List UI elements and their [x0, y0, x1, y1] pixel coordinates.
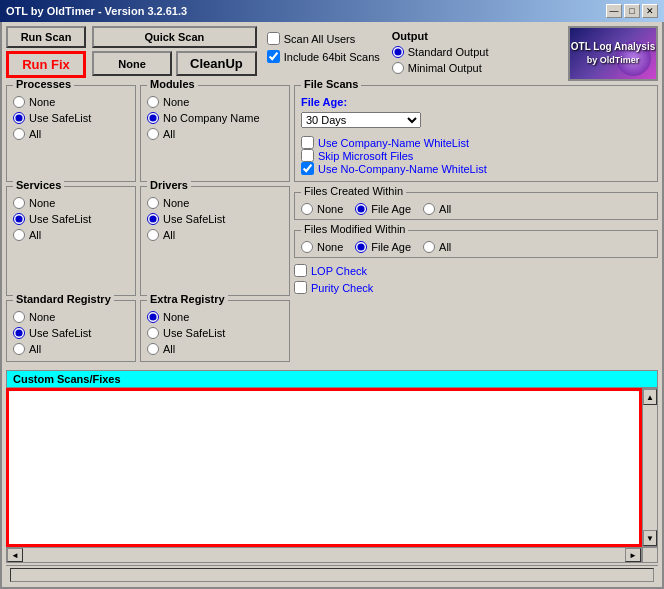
lop-check-checkbox[interactable]	[294, 264, 307, 277]
minimize-button[interactable]: —	[606, 4, 622, 18]
file-age-select[interactable]: 30 Days 7 Days 14 Days 60 Days 90 Days	[301, 112, 421, 128]
standard-registry-title: Standard Registry	[13, 293, 114, 305]
services-all-radio[interactable]	[13, 229, 25, 241]
files-created-title: Files Created Within	[301, 185, 406, 197]
purity-check-label: Purity Check	[311, 282, 373, 294]
scan-all-users-checkbox[interactable]	[267, 32, 280, 45]
files-modified-fileage-radio[interactable]	[355, 241, 367, 253]
scroll-thumb[interactable]	[643, 405, 657, 530]
files-created-group: Files Created Within None File Age All	[294, 192, 658, 220]
extra-reg-all-radio[interactable]	[147, 343, 159, 355]
files-created-none-radio[interactable]	[301, 203, 313, 215]
processes-none-radio[interactable]	[13, 96, 25, 108]
drivers-all-radio[interactable]	[147, 229, 159, 241]
include-64bit-checkbox[interactable]	[267, 50, 280, 63]
minimal-output-radio[interactable]	[392, 62, 404, 74]
use-no-company-label: Use No-Company-Name WhiteList	[318, 163, 487, 175]
horizontal-scrollbar[interactable]: ◄ ►	[6, 547, 642, 563]
modules-group: Modules None No Company Name All	[140, 85, 290, 182]
processes-title: Processes	[13, 78, 74, 90]
files-created-all-radio[interactable]	[423, 203, 435, 215]
quick-scan-button[interactable]: Quick Scan	[92, 26, 257, 48]
processes-safelist-radio[interactable]	[13, 112, 25, 124]
main-window: Run Scan Run Fix Quick Scan None CleanUp…	[0, 22, 664, 589]
services-none-radio[interactable]	[13, 197, 25, 209]
drivers-group: Drivers None Use SafeList All	[140, 186, 290, 296]
skip-microsoft-label: Skip Microsoft Files	[318, 150, 413, 162]
scan-all-users-row: Scan All Users	[267, 32, 380, 45]
file-scans-title: File Scans	[301, 78, 361, 90]
extra-reg-safelist-radio[interactable]	[147, 327, 159, 339]
logo-text: OTL Log Analysis by OldTimer	[571, 40, 655, 67]
files-created-fileage-radio[interactable]	[355, 203, 367, 215]
include-64bit-row: Include 64bit Scans	[267, 50, 380, 63]
extra-registry-group: Extra Registry None Use SafeList All	[140, 300, 290, 362]
use-no-company-checkbox[interactable]	[301, 162, 314, 175]
files-modified-title: Files Modified Within	[301, 223, 408, 235]
status-panel	[10, 568, 654, 582]
modules-title: Modules	[147, 78, 198, 90]
extra-reg-none-radio[interactable]	[147, 311, 159, 323]
scroll-right-button[interactable]: ►	[625, 548, 641, 562]
window-controls: — □ ✕	[606, 4, 658, 18]
maximize-button[interactable]: □	[624, 4, 640, 18]
standard-output-radio[interactable]	[392, 46, 404, 58]
drivers-safelist-radio[interactable]	[147, 213, 159, 225]
custom-scans-section: Custom Scans/Fixes ▲ ▼ ◄ ►	[6, 370, 658, 563]
modules-none-radio[interactable]	[147, 96, 159, 108]
standard-output-label: Standard Output	[408, 46, 489, 58]
files-modified-all-radio[interactable]	[423, 241, 435, 253]
processes-group: Processes None Use SafeList All	[6, 85, 136, 182]
cleanup-button[interactable]: CleanUp	[176, 51, 257, 76]
file-scans-panel: File Scans File Age: 30 Days 7 Days 14 D…	[294, 85, 658, 182]
title-bar: OTL by OldTimer - Version 3.2.61.3 — □ ✕	[0, 0, 664, 22]
std-reg-none-radio[interactable]	[13, 311, 25, 323]
drivers-none-radio[interactable]	[147, 197, 159, 209]
lop-check-label: LOP Check	[311, 265, 367, 277]
purity-check-checkbox[interactable]	[294, 281, 307, 294]
files-modified-none-radio[interactable]	[301, 241, 313, 253]
extra-registry-title: Extra Registry	[147, 293, 228, 305]
services-group: Services None Use SafeList All	[6, 186, 136, 296]
use-company-name-label: Use Company-Name WhiteList	[318, 137, 469, 149]
none-button[interactable]: None	[92, 51, 172, 76]
services-title: Services	[13, 179, 64, 191]
modules-all-radio[interactable]	[147, 128, 159, 140]
custom-scans-textarea[interactable]	[6, 388, 642, 547]
drivers-title: Drivers	[147, 179, 191, 191]
run-scan-button[interactable]: Run Scan	[6, 26, 86, 48]
status-bar	[6, 565, 658, 583]
services-safelist-radio[interactable]	[13, 213, 25, 225]
run-fix-button[interactable]: Run Fix	[6, 51, 86, 78]
scrollbar-corner	[642, 547, 658, 563]
window-title: OTL by OldTimer - Version 3.2.61.3	[6, 5, 187, 17]
scroll-up-button[interactable]: ▲	[643, 389, 657, 405]
use-company-name-checkbox[interactable]	[301, 136, 314, 149]
vertical-scrollbar[interactable]: ▲ ▼	[642, 388, 658, 547]
skip-microsoft-checkbox[interactable]	[301, 149, 314, 162]
scan-all-users-label: Scan All Users	[284, 33, 356, 45]
include-64bit-label: Include 64bit Scans	[284, 51, 380, 63]
modules-nocompany-radio[interactable]	[147, 112, 159, 124]
logo-area: OTL Log Analysis by OldTimer	[568, 26, 658, 81]
standard-registry-group: Standard Registry None Use SafeList All	[6, 300, 136, 362]
scroll-down-button[interactable]: ▼	[643, 530, 657, 546]
file-age-label: File Age:	[301, 96, 347, 108]
close-button[interactable]: ✕	[642, 4, 658, 18]
processes-all-radio[interactable]	[13, 128, 25, 140]
custom-scans-label: Custom Scans/Fixes	[6, 370, 658, 388]
files-modified-group: Files Modified Within None File Age All	[294, 230, 658, 258]
scroll-left-button[interactable]: ◄	[7, 548, 23, 562]
horizontal-scrollbar-row: ◄ ►	[6, 547, 658, 563]
output-label: Output	[392, 30, 489, 42]
std-reg-all-radio[interactable]	[13, 343, 25, 355]
minimal-output-label: Minimal Output	[408, 62, 482, 74]
std-reg-safelist-radio[interactable]	[13, 327, 25, 339]
